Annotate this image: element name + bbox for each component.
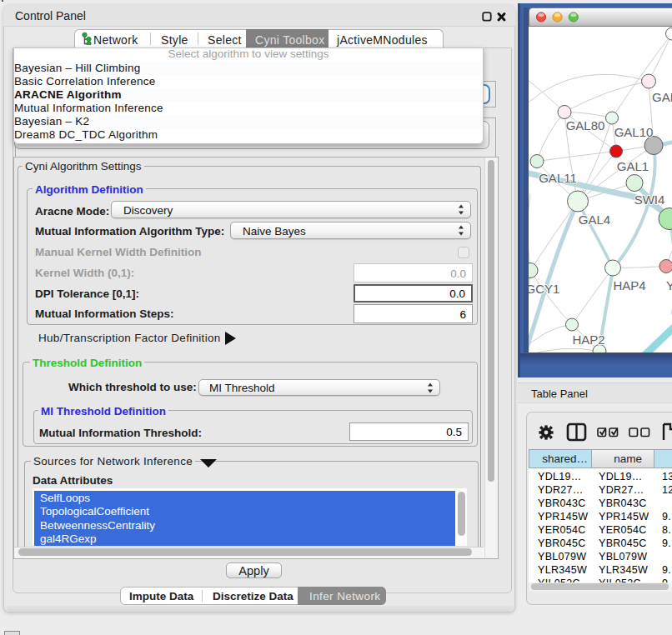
svg-text:Y: Y: [666, 278, 672, 292]
svg-text:GAL11: GAL11: [539, 171, 577, 185]
svg-text:GAL: GAL: [652, 90, 672, 104]
svg-text:HAP2: HAP2: [572, 332, 604, 347]
svg-text:GCY1: GCY1: [529, 282, 559, 296]
svg-text:GAL4: GAL4: [579, 212, 610, 227]
svg-text:SWI4: SWI4: [634, 192, 665, 207]
svg-text:HAP4: HAP4: [613, 278, 645, 292]
svg-text:GAL1: GAL1: [617, 159, 649, 173]
svg-text:GAL10: GAL10: [614, 125, 654, 139]
svg-text:GAL80: GAL80: [566, 118, 605, 132]
